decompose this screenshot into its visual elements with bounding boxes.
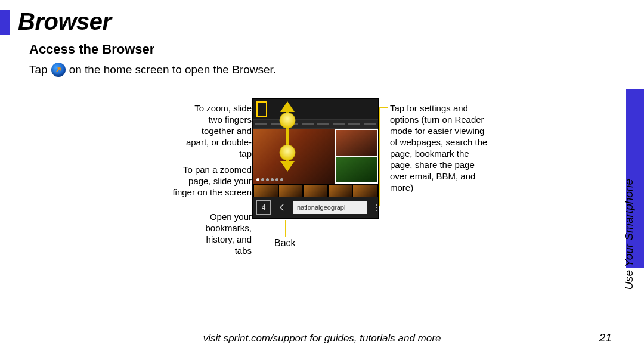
callout-settings: Tap for settings and options (turn on Re… xyxy=(390,103,491,193)
carousel-dots-icon xyxy=(256,178,283,181)
intro-line: Tap on the home screen to open the Brows… xyxy=(29,62,276,77)
browser-app-icon xyxy=(51,63,66,77)
thumbnail xyxy=(336,157,377,182)
section-side-label: Use Your Smartphone xyxy=(623,179,636,290)
callout-back: Back xyxy=(274,237,296,249)
thumbnail xyxy=(336,130,377,156)
chevron-left-icon xyxy=(278,203,286,212)
phone-site-menu xyxy=(253,119,378,129)
callout-bookmarks: Open your bookmarks, history, and tabs xyxy=(193,211,252,256)
connector-line xyxy=(285,220,286,237)
side-thumbnails xyxy=(335,129,378,184)
natgeo-logo-icon xyxy=(256,101,267,117)
section-heading: Access the Browser xyxy=(29,42,154,57)
page-number: 21 xyxy=(599,331,612,344)
footer-note: visit sprint.com/support for guides, tut… xyxy=(0,333,644,344)
page-root: Browser Access the Browser Tap on the ho… xyxy=(0,0,644,354)
phone-site-content xyxy=(253,129,378,184)
overflow-menu-button[interactable]: ⋮ xyxy=(372,206,374,209)
phone-site-header xyxy=(253,99,378,119)
callout-pan: To pan a zoomed page, slide your finger … xyxy=(171,164,252,198)
tabs-count-button[interactable]: 4 xyxy=(256,200,271,215)
browser-toolbar: 4 nationalgeograpl ⋮ xyxy=(253,197,378,218)
intro-before: Tap xyxy=(29,62,48,77)
back-button[interactable] xyxy=(275,201,289,214)
arrow-up-right-icon xyxy=(55,66,62,73)
hero-image xyxy=(253,129,335,184)
page-title: Browser xyxy=(18,8,112,35)
title-row: Browser xyxy=(0,8,112,35)
callout-zoom: To zoom, slide two fingers together and … xyxy=(179,103,252,159)
url-field[interactable]: nationalgeograpl xyxy=(293,201,367,214)
phone-screenshot: 4 nationalgeograpl ⋮ xyxy=(252,98,379,219)
connector-line xyxy=(379,107,380,206)
connector-line xyxy=(380,107,388,108)
accent-block xyxy=(0,10,10,35)
intro-after: on the home screen to open the Browser. xyxy=(69,62,277,77)
